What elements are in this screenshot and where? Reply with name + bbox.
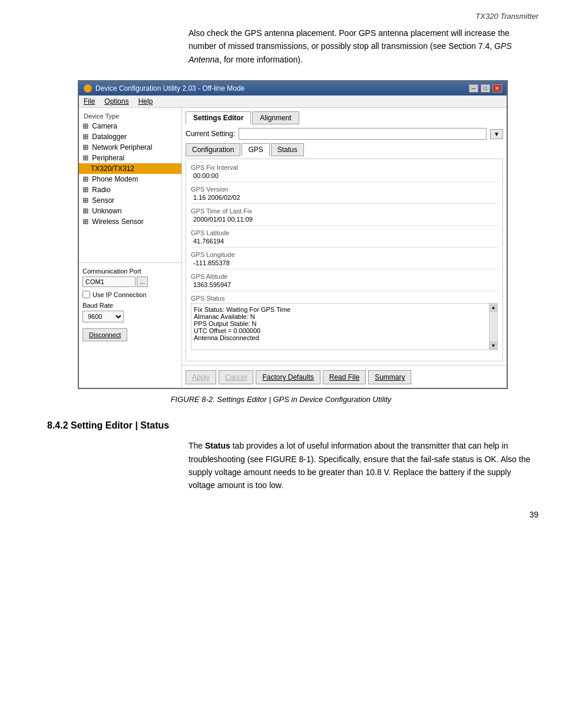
sidebar-label-wireless: Wireless Sensor [92,218,143,226]
page-header: TX320 Transmitter [24,12,538,21]
close-button[interactable]: ✕ [492,84,502,93]
baud-rate-select[interactable]: 9600 [82,311,124,322]
sidebar-label-datalogger: Datalogger [92,133,127,141]
dropdown-icon[interactable]: ▼ [490,129,503,139]
menu-help[interactable]: Help [138,97,153,106]
sidebar-bottom: Communication Port ... Use IP Connection… [79,262,181,346]
current-setting-row: Current Setting: ▼ [186,128,503,140]
app-window: Device Configuration Utility 2.03 - Off-… [78,80,508,389]
main-content-area: Settings Editor Alignment Current Settin… [182,108,507,365]
sidebar-label-peripheral: Peripheral [92,154,124,162]
title-bar: Device Configuration Utility 2.03 - Off-… [79,81,507,95]
tab-alignment[interactable]: Alignment [252,111,299,124]
window-title: Device Configuration Utility 2.03 - Off-… [95,84,244,93]
scrollbar-down-button[interactable]: ▼ [490,341,497,350]
gps-status-scrollbar[interactable]: ▲ ▼ [489,304,497,350]
expand-icon-wireless: ⊞ [82,218,88,226]
sub-tab-gps[interactable]: GPS [242,143,269,156]
sidebar-label-radio: Radio [92,186,110,194]
gps-last-fix-label: GPS Time of Last Fix [191,207,498,215]
gps-version-field: GPS Version 1.16 2006/02/02 [191,186,498,204]
menu-bar: File Options Help [79,95,507,108]
minimize-button[interactable]: ─ [469,84,478,93]
scrollbar-up-button[interactable]: ▲ [490,304,497,312]
gps-longitude-value: -111.855378 [191,259,498,266]
expand-icon-phone: ⊞ [82,175,88,183]
page-number: 39 [24,510,538,519]
sub-tab-status[interactable]: Status [271,143,304,156]
gps-status-line-1: Fix Status: Waiting For GPS Time [194,306,495,313]
expand-icon-radio: ⊞ [82,186,88,194]
gps-latitude-value: 41.766194 [191,238,498,245]
cancel-button[interactable]: Cancel [219,370,253,384]
app-body: Device Type ⊞ Camera ⊞ Datalogger ⊞ Netw… [79,108,507,388]
sidebar-item-datalogger[interactable]: ⊞ Datalogger [79,131,181,142]
gps-longitude-field: GPS Longitude -111.855378 [191,251,498,269]
title-bar-left: Device Configuration Utility 2.03 - Off-… [84,84,244,93]
tab-settings-editor[interactable]: Settings Editor [186,111,251,124]
section-body: The Status tab provides a lot of useful … [189,439,538,492]
sidebar-item-peripheral[interactable]: ⊞ Peripheral [79,153,181,163]
sidebar-item-phone-modem[interactable]: ⊞ Phone Modem [79,174,181,185]
use-ip-label: Use IP Connection [92,291,147,298]
gps-longitude-label: GPS Longitude [191,251,498,258]
expand-icon-camera: ⊞ [82,122,88,130]
menu-options[interactable]: Options [104,97,128,106]
gps-altitude-label: GPS Altitude [191,273,498,280]
gps-status-line-5: Antenna Disconnected [194,334,495,341]
section-number: 8.4.2 [47,420,68,430]
sidebar-item-unknown[interactable]: ⊞ Unknown [79,206,181,216]
sidebar: Device Type ⊞ Camera ⊞ Datalogger ⊞ Netw… [79,108,182,388]
sub-tabs: Configuration GPS Status [186,143,503,156]
app-icon [84,84,92,93]
figure-caption: FIGURE 8-2. Settings Editor | GPS in Dev… [24,395,538,404]
gps-panel: GPS Fix Interval 00:00:00 GPS Version 1.… [186,159,503,361]
sub-tab-configuration[interactable]: Configuration [186,143,240,156]
comm-port-label: Communication Port [82,268,178,275]
current-setting-label: Current Setting: [186,130,235,138]
current-setting-input[interactable] [239,128,487,140]
gps-fix-interval-field: GPS Fix Interval 00:00:00 [191,164,498,182]
sidebar-item-wireless[interactable]: ⊞ Wireless Sensor [79,216,181,227]
sidebar-item-network[interactable]: ⊞ Network Peripheral [79,142,181,153]
apply-button[interactable]: Apply [186,370,216,384]
expand-icon-peripheral: ⊞ [82,154,88,162]
browse-button[interactable]: ... [137,276,148,287]
maximize-button[interactable]: □ [481,84,490,93]
read-file-button[interactable]: Read File [323,370,366,384]
gps-status-content: Fix Status: Waiting For GPS Time Almanac… [191,304,497,344]
gps-last-fix-field: GPS Time of Last Fix 2000/01/01 00:11:09 [191,207,498,226]
sidebar-selected-label: TX320/TX312 [91,164,134,173]
menu-file[interactable]: File [84,97,95,106]
gps-altitude-field: GPS Altitude 1363.595947 [191,273,498,291]
main-panel: Settings Editor Alignment Current Settin… [182,108,507,388]
title-bar-controls: ─ □ ✕ [469,84,502,93]
summary-button[interactable]: Summary [368,370,411,384]
gps-status-label: GPS Status [191,295,498,302]
gps-status-field: GPS Status Fix Status: Waiting For GPS T… [191,295,498,353]
baud-rate-label: Baud Rate [82,302,178,309]
expand-icon-unknown: ⊞ [82,207,88,215]
factory-defaults-button[interactable]: Factory Defaults [256,370,320,384]
section-heading: 8.4.2 Setting Editor | Status [47,420,538,431]
gps-fix-interval-label: GPS Fix Interval [191,164,498,171]
disconnect-button[interactable]: Disconnect [82,328,127,341]
bottom-buttons: Apply Cancel Factory Defaults Read File … [182,365,507,388]
comm-input-row: ... [82,276,178,287]
header-title: TX320 Transmitter [475,12,538,21]
use-ip-checkbox[interactable] [82,291,90,298]
sidebar-label-unknown: Unknown [92,207,121,215]
expand-icon-network: ⊞ [82,143,88,151]
sidebar-label-sensor: Sensor [92,196,114,205]
sidebar-label-phone: Phone Modem [92,175,138,183]
section-title: Setting Editor | Status [71,420,169,430]
sidebar-item-camera[interactable]: ⊞ Camera [79,121,181,131]
sidebar-item-radio[interactable]: ⊞ Radio [79,185,181,195]
gps-version-label: GPS Version [191,186,498,193]
sidebar-item-sensor[interactable]: ⊞ Sensor [79,195,181,206]
use-ip-row: Use IP Connection [82,291,178,298]
comm-port-input[interactable] [82,276,135,287]
sidebar-selected-tx320[interactable]: TX320/TX312 [79,163,181,174]
gps-status-line-2: Almanac Available: N [194,313,495,320]
expand-icon-datalogger: ⊞ [82,133,88,141]
